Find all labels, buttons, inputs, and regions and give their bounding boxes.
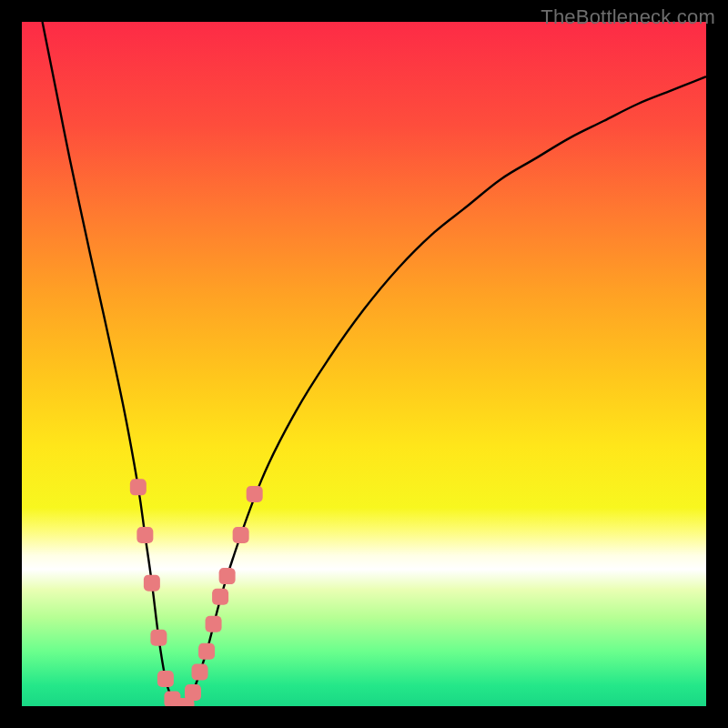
- bottleneck-curve: [43, 22, 706, 706]
- curve-marker: [212, 589, 228, 605]
- curve-marker: [206, 616, 222, 632]
- plot-area: [22, 22, 706, 706]
- curve-layer: [22, 22, 706, 706]
- curve-marker: [157, 671, 174, 687]
- curve-marker: [130, 479, 147, 495]
- curve-marker: [192, 663, 208, 680]
- curve-markers: [130, 479, 263, 706]
- curve-marker: [185, 684, 201, 701]
- curve-marker: [144, 575, 160, 592]
- watermark-text: TheBottleneck.com: [541, 5, 715, 29]
- curve-marker: [136, 527, 153, 543]
- curve-marker: [198, 643, 215, 660]
- chart-frame: TheBottleneck.com: [0, 0, 728, 728]
- curve-path: [43, 22, 706, 706]
- curve-marker: [247, 486, 263, 502]
- curve-marker: [219, 568, 236, 584]
- curve-marker: [150, 630, 167, 646]
- curve-marker: [233, 527, 249, 543]
